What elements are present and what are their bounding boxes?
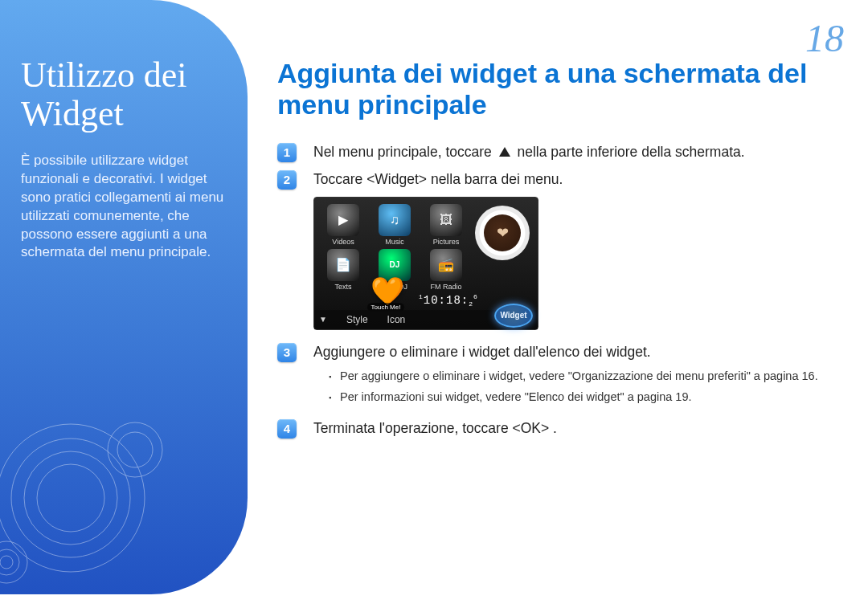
sidebar-description: È possibile utilizzare widget funzionali… [21,152,225,263]
step-1-text-b: nella parte inferiore della schermata. [518,144,745,160]
app-texts: Texts [321,249,366,291]
menu-down-icon: ▼ [319,315,327,324]
step-3: 3 Aggiungere o eliminare i widget dall'e… [277,341,840,362]
step-3-sub1: Per aggiungere o eliminare i widget, ved… [329,369,840,385]
step-4-number: 4 [277,419,297,439]
device-screenshot: Videos Music Pictures Texts Beat DJ FM R… [313,197,538,330]
steps-list-2: 3 Aggiungere o eliminare i widget dall'e… [277,341,840,362]
steps-list: 1 Nel menu principale, toccare nella par… [277,141,840,190]
section-title: Aggiunta dei widget a una schermata del … [277,58,840,120]
gingerbread-widget: 🧡 [371,275,404,307]
sidebar-title: Utilizzo dei Widget [21,56,225,134]
step-4: 4 Terminata l'operazione, toccare <OK> . [277,418,840,439]
menu-style: Style [346,314,368,325]
fmradio-icon [430,249,462,281]
app-music-label: Music [372,238,417,246]
svg-point-4 [108,422,162,477]
svg-point-0 [0,424,145,572]
step-3-number: 3 [277,343,297,362]
step-4-text: Terminata l'operazione, toccare <OK> . [313,420,557,436]
pictures-icon [430,204,462,236]
clock-widget: 110:18:26 [419,293,478,308]
app-music: Music [372,204,417,246]
triangle-up-icon [499,147,510,157]
clock-text: 10:18: [424,294,469,307]
steps-list-3: 4 Terminata l'operazione, toccare <OK> . [277,418,840,439]
app-pictures: Pictures [424,204,469,246]
main-content: Aggiunta dei widget a una schermata del … [277,58,840,445]
step-1-text-a: Nel menu principale, toccare [313,144,496,160]
app-videos-label: Videos [321,238,366,246]
svg-point-5 [117,432,153,467]
step-3-substeps: Per aggiungere o eliminare i widget, ved… [329,369,840,405]
step-1: 1 Nel menu principale, toccare nella par… [277,141,840,162]
svg-point-7 [0,549,19,575]
svg-point-1 [11,439,130,557]
step-1-number: 1 [277,143,297,162]
menu-widget-button: Widget [494,304,533,328]
app-fmradio: FM Radio [424,249,469,291]
coffee-widget [475,206,530,260]
svg-point-6 [0,541,27,583]
sidebar: Utilizzo dei Widget È possibile utilizza… [0,0,248,594]
videos-icon [327,204,359,236]
step-3-text: Aggiungere o eliminare i widget dall'ele… [313,344,651,360]
page-number: 18 [805,16,844,60]
step-2: 2 Toccare <Widget> nella barra dei menu. [277,169,840,190]
decorative-circles [0,377,191,612]
app-videos: Videos [321,204,366,246]
app-fmradio-label: FM Radio [424,283,469,291]
menu-icon: Icon [387,314,406,325]
app-texts-label: Texts [321,283,366,291]
music-icon [379,204,411,236]
svg-point-3 [37,464,104,532]
svg-point-2 [24,451,117,545]
app-pictures-label: Pictures [424,238,469,246]
step-3-sub2: Per informazioni sui widget, vedere "Ele… [329,390,840,406]
svg-point-8 [0,556,13,569]
texts-icon [327,249,359,281]
step-2-number: 2 [277,170,297,190]
step-2-text: Toccare <Widget> nella barra dei menu. [313,171,563,187]
